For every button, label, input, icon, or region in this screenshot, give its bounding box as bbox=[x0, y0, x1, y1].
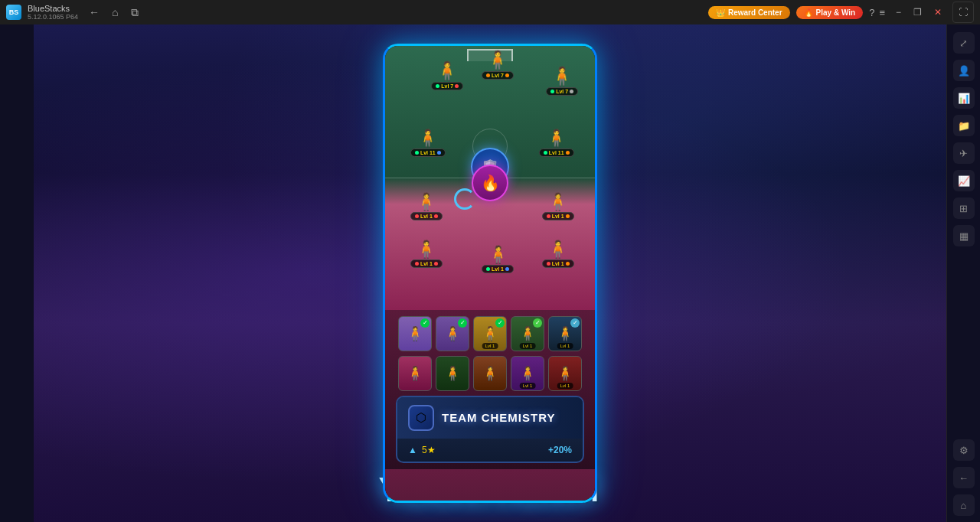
folder-icon[interactable]: 📁 bbox=[953, 115, 975, 136]
bench-area: ✓ 🧍 ✓ 🧍 ✓ Lvl 1 🧍 bbox=[385, 310, 595, 469]
back-button[interactable]: ← bbox=[84, 5, 104, 20]
bench-card-6[interactable]: 🧍 bbox=[398, 356, 432, 391]
expand-icon[interactable]: ⤢ bbox=[953, 32, 975, 54]
bench-row-2: 🧍 🧍 🧍 Lvl 1 🧍 bbox=[391, 356, 589, 391]
app-name: BlueStacks bbox=[28, 4, 78, 13]
bench-card-8[interactable]: 🧍 bbox=[473, 356, 507, 391]
restore-button[interactable]: ❐ bbox=[909, 5, 926, 19]
chemistry-header: ⬡ TEAM CHEMISTRY bbox=[397, 397, 583, 439]
titlebar-nav: ← ⌂ ⧉ bbox=[84, 5, 142, 21]
app-version: 5.12.0.1065 P64 bbox=[28, 13, 78, 21]
card-figure-1: 🧍 bbox=[407, 325, 423, 342]
profile-icon[interactable]: 👤 bbox=[953, 60, 975, 81]
card-check-2: ✓ bbox=[458, 318, 467, 328]
card-figure-4: 🧍 bbox=[519, 325, 536, 342]
bench-card-3[interactable]: ✓ Lvl 1 🧍 bbox=[473, 316, 507, 351]
chemistry-stats: ▲ 5★ +20% bbox=[397, 439, 583, 462]
titlebar: BS BlueStacks 5.12.0.1065 P64 ← ⌂ ⧉ 👑 Re… bbox=[0, 0, 980, 24]
play-win-button[interactable]: 🔥 Play & Win bbox=[796, 6, 864, 19]
bluestacks-logo: BS bbox=[6, 5, 21, 20]
field-area: 🧍 Lvl 7 🧍 Lvl 7 bbox=[385, 46, 595, 310]
layers-icon[interactable]: ⊞ bbox=[953, 197, 975, 219]
card-lvl-9: Lvl 1 bbox=[520, 383, 536, 389]
card-figure-5: 🧍 bbox=[557, 325, 573, 342]
card-lvl-4: Lvl 1 bbox=[520, 343, 536, 349]
player-def-right: 🧍 Lvl 1 bbox=[542, 194, 574, 220]
card-lvl-10: Lvl 1 bbox=[557, 383, 573, 389]
titlebar-icons: ? ≡ bbox=[869, 7, 885, 18]
card-figure-10: 🧍 bbox=[557, 365, 573, 382]
player-badge-sc: Lvl 1 bbox=[482, 265, 514, 273]
card-figure-7: 🧍 bbox=[444, 365, 461, 382]
player-forward-left: 🧍 Lvl 7 bbox=[431, 62, 463, 90]
multi-button[interactable]: ⧉ bbox=[126, 5, 143, 21]
chemistry-title: TEAM CHEMISTRY bbox=[442, 411, 555, 424]
home-nav-icon[interactable]: ⌂ bbox=[953, 494, 975, 516]
back-nav-icon[interactable]: ← bbox=[953, 467, 975, 488]
phone-inner: 🧍 Lvl 7 🧍 Lvl 7 bbox=[385, 46, 595, 501]
player-badge-fl: Lvl 7 bbox=[431, 82, 463, 90]
bench-card-9[interactable]: Lvl 1 🧍 bbox=[511, 356, 544, 391]
player-badge-sl: Lvl 1 bbox=[410, 259, 443, 268]
chemistry-panel: ⬡ TEAM CHEMISTRY ▲ 5★ +20% bbox=[396, 396, 584, 463]
reward-center-button[interactable]: 👑 Reward Center bbox=[708, 6, 790, 19]
fire-icon: 🔥 bbox=[804, 8, 813, 17]
hexagon-icon: ⬡ bbox=[416, 410, 426, 425]
stack-icon[interactable]: ▦ bbox=[953, 225, 975, 246]
player-str-center: 🧍 Lvl 1 bbox=[482, 246, 514, 273]
card-lvl-3: Lvl 1 bbox=[482, 343, 498, 349]
card-check-4: ✓ bbox=[533, 318, 542, 328]
bench-card-10[interactable]: Lvl 1 🧍 bbox=[548, 356, 582, 391]
center-flame: 🔥 bbox=[472, 165, 508, 201]
home-button[interactable]: ⌂ bbox=[107, 5, 122, 20]
flame-icon: 🔥 bbox=[481, 174, 500, 192]
player-badge-fr: Lvl 7 bbox=[546, 87, 578, 96]
bench-row-1: ✓ 🧍 ✓ 🧍 ✓ Lvl 1 🧍 bbox=[391, 316, 589, 351]
player-def-left: 🧍 Lvl 1 bbox=[410, 194, 443, 220]
card-check-1: ✓ bbox=[420, 318, 430, 328]
phone-frame: 🧍 Lvl 7 🧍 Lvl 7 bbox=[383, 44, 597, 503]
right-sidebar: ⤢ 👤 📊 📁 ✈ 📈 ⊞ ▦ ⚙ ← ⌂ bbox=[946, 24, 980, 522]
bench-card-7[interactable]: 🧍 bbox=[436, 356, 469, 391]
close-button[interactable]: ✕ bbox=[929, 5, 946, 19]
chart-icon[interactable]: 📊 bbox=[953, 87, 975, 109]
card-figure-9: 🧍 bbox=[519, 365, 536, 382]
card-figure-8: 🧍 bbox=[482, 365, 498, 382]
chemistry-bonus: +20% bbox=[548, 445, 572, 455]
left-sidebar bbox=[0, 24, 34, 522]
menu-icon[interactable]: ≡ bbox=[879, 7, 885, 18]
player-badge-sr: Lvl 1 bbox=[542, 259, 574, 268]
card-figure-2: 🧍 bbox=[444, 325, 461, 342]
arrow-up-icon: ▲ bbox=[408, 445, 417, 455]
titlebar-right: 👑 Reward Center 🔥 Play & Win ? ≡ − ❐ ✕ ⛶ bbox=[708, 2, 974, 23]
help-icon[interactable]: ? bbox=[869, 7, 874, 18]
fullscreen-icon: ⛶ bbox=[959, 7, 968, 18]
bench-card-1[interactable]: ✓ 🧍 bbox=[398, 316, 432, 351]
plane-icon[interactable]: ✈ bbox=[953, 142, 975, 164]
player-badge-fc: Lvl 7 bbox=[482, 71, 514, 80]
analytics-icon[interactable]: 📈 bbox=[953, 170, 975, 191]
stars-row: ▲ 5★ bbox=[408, 445, 436, 455]
app-info: BlueStacks 5.12.0.1065 P64 bbox=[28, 4, 78, 21]
spin-arrow bbox=[454, 188, 475, 210]
chemistry-icon: ⬡ bbox=[408, 405, 434, 431]
bench-card-2[interactable]: ✓ 🧍 bbox=[436, 316, 469, 351]
crown-icon: 👑 bbox=[716, 8, 725, 17]
player-mid-left: 🧍 Lvl 11 bbox=[410, 130, 446, 157]
bench-card-4[interactable]: ✓ Lvl 1 🧍 bbox=[511, 316, 544, 351]
player-forward-right: 🧍 Lvl 7 bbox=[546, 67, 578, 96]
player-forward-center: 🧍 Lvl 7 bbox=[482, 51, 514, 80]
stars-count: 5★ bbox=[422, 445, 436, 455]
card-check-3: ✓ bbox=[495, 318, 505, 328]
bench-card-5[interactable]: ✓ Lvl 1 🧍 bbox=[548, 316, 582, 351]
settings-icon[interactable]: ⚙ bbox=[953, 439, 975, 461]
player-badge-dl: Lvl 1 bbox=[410, 212, 443, 220]
card-figure-3: 🧍 bbox=[482, 325, 498, 342]
card-lvl-5: Lvl 1 bbox=[557, 343, 573, 349]
fullscreen-button[interactable]: ⛶ bbox=[952, 2, 974, 23]
card-check-5: ✓ bbox=[570, 318, 580, 328]
player-mid-right: 🧍 Lvl 11 bbox=[539, 130, 574, 157]
titlebar-left: BS BlueStacks 5.12.0.1065 P64 ← ⌂ ⧉ bbox=[6, 4, 143, 21]
game-area[interactable]: 🧍 Lvl 7 🧍 Lvl 7 bbox=[34, 24, 946, 522]
minimize-button[interactable]: − bbox=[891, 5, 906, 19]
